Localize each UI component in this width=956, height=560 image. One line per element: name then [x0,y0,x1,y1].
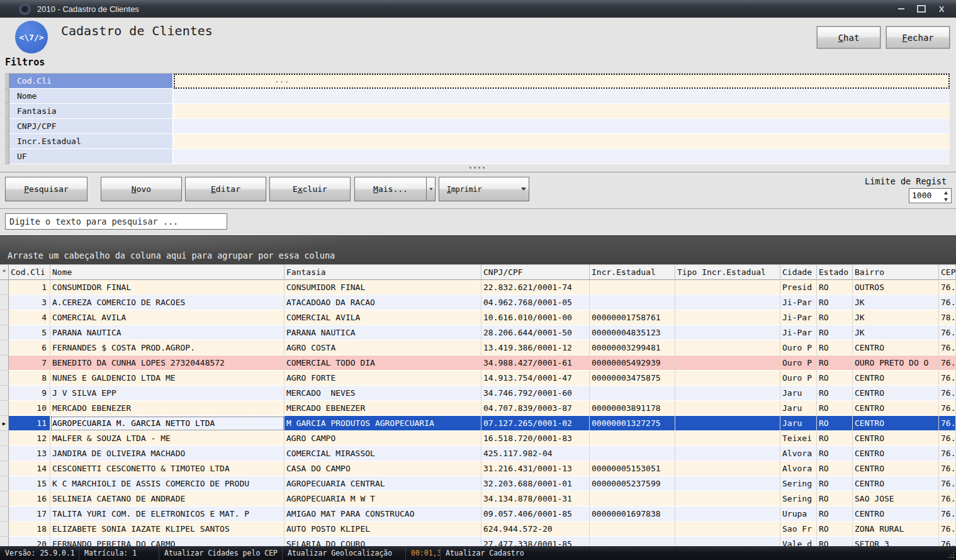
statusbar-item-5[interactable]: Atualizar Cadastro [441,546,956,560]
grid-cell-bairro[interactable]: ZONA RURAL [853,522,939,537]
grid-cell-tipo[interactable] [675,416,780,431]
grid-cell-estado[interactable]: RO [817,401,853,416]
grid-cell-cep[interactable]: 76. [939,461,956,476]
grid-cell-bairro[interactable]: JK [853,295,939,310]
grid-cell-cod[interactable]: 11 [9,416,50,431]
excluir-button[interactable]: Excluir [269,177,351,201]
spin-up-button[interactable] [942,191,950,195]
grid-cell-bairro[interactable]: CENTRO [853,431,939,446]
grid-cell-nome[interactable]: FERNANDO PEREIRA DO CARMO [50,537,284,546]
table-row[interactable]: ▶11AGROPECUARIA M. GARCIA NETTO LTDAM GA… [0,416,956,431]
table-row[interactable]: 3A.CEREZA COMERCIO DE RACOESATACADOAO DA… [0,295,956,310]
grid-cell-cep[interactable]: 76. [939,446,956,461]
filter-value-editor[interactable] [174,104,950,119]
grid-cell-fantasia[interactable]: COMERCIAL TODO DIA [284,356,481,371]
grid-cell-estado[interactable]: RO [817,295,853,310]
table-row[interactable]: 17TALITA YURI COM. DE ELETRONICOS E MAT.… [0,507,956,522]
grid-cell-cidade[interactable]: Ouro P [780,340,817,356]
grid-cell-cod[interactable]: 14 [9,461,50,476]
grid-cell-cod[interactable]: 20 [9,537,50,546]
grid-cell-bairro[interactable]: SAO JOSE [853,491,939,507]
grid-cell-bairro[interactable]: CENTRO [853,446,939,461]
grid-cell-estado[interactable]: RO [817,446,853,461]
column-header-incr-estadual[interactable]: Incr.Estadual [590,264,675,280]
grid-cell-cnpj[interactable]: 22.832.621/0001-74 [481,280,590,295]
grid-cell-cep[interactable]: 76. [939,431,956,446]
filter-value-editor[interactable]: ... [174,74,950,89]
grid-cell-cnpj[interactable]: 27.477.338/0001-85 [481,537,590,546]
grid-cell-cod[interactable]: 1 [9,280,50,295]
table-row[interactable]: 8NUNES E GALDENCIO LTDA MEAGRO FORTE14.9… [0,371,956,386]
table-row[interactable]: 7BENEDITO DA CUNHA LOPES 27320448572COME… [0,356,956,371]
grid-cell-cidade[interactable]: Alvora [780,461,817,476]
grid-cell-cnpj[interactable]: 16.518.720/0001-83 [481,431,590,446]
grid-cell-fantasia[interactable]: AUTO POSTO KLIPEL [284,522,481,537]
limit-input[interactable] [909,189,941,201]
grid-cell-cnpj[interactable]: 31.216.431/0001-13 [481,461,590,476]
grid-cell-tipo[interactable] [675,476,780,491]
grid-cell-cep[interactable]: 76. [939,476,956,491]
mais-button[interactable]: Mais... [354,177,427,201]
grid-cell-cod[interactable]: 9 [9,386,50,401]
grid-cell-incr[interactable] [590,537,675,546]
table-row[interactable]: 18ELIZABETE SONIA IAZATE KLIPEL SANTOSAU… [0,522,956,537]
grid-cell-tipo[interactable] [675,280,780,295]
grid-cell-tipo[interactable] [675,371,780,386]
grid-cell-incr[interactable]: 00000001697838 [590,507,675,522]
pesquisar-button[interactable]: Pesquisar [5,177,87,201]
grid-cell-nome[interactable]: CONSUMIDOR FINAL [50,280,284,295]
grid-cell-cep[interactable]: 76. [939,325,956,340]
grid-cell-nome[interactable]: K C MARCHIOLI DE ASSIS COMERCIO DE PRODU [50,476,284,491]
grid-cell-bairro[interactable]: CENTRO [853,461,939,476]
table-row[interactable]: 10MERCADO EBENEZERMERCADO EBENEZER04.707… [0,401,956,416]
grid-cell-nome[interactable]: BENEDITO DA CUNHA LOPES 27320448572 [50,356,284,371]
filter-label-nome[interactable]: Nome [9,89,174,104]
grid-cell-cep[interactable]: 76. [939,295,956,310]
grid-cell-incr[interactable]: 00000005492939 [590,356,675,371]
filter-value-editor[interactable] [174,149,950,164]
grid-cell-cnpj[interactable]: 04.707.839/0003-87 [481,401,590,416]
table-row[interactable]: 9J V SILVA EPPMERCADO NEVES34.746.792/00… [0,386,956,401]
grid-cell-incr[interactable]: 00000005153051 [590,461,675,476]
column-header-fantasia[interactable]: Fantasia [284,264,481,280]
grid-cell-nome[interactable]: ELIZABETE SONIA IAZATE KLIPEL SANTOS [50,522,284,537]
grid-cell-cnpj[interactable]: 32.203.688/0001-01 [481,476,590,491]
grid-cell-cnpj[interactable]: 14.913.754/0001-47 [481,371,590,386]
grid-cell-tipo[interactable] [675,310,780,325]
grid-cell-cep[interactable]: 76. [939,491,956,507]
editar-button[interactable]: Editar [185,177,266,201]
filter-label-cod-cli[interactable]: Cod.Cli [9,74,174,89]
grid-cell-estado[interactable]: RO [817,325,853,340]
filter-label-cnpj-cpf[interactable]: CNPJ/CPF [9,119,174,134]
grid-cell-nome[interactable]: JANDIRA DE OLIVEIRA MACHADO [50,446,284,461]
grid-cell-cep[interactable]: 76. [939,386,956,401]
grid-cell-estado[interactable]: RO [817,310,853,325]
grid-cell-estado[interactable]: RO [817,507,853,522]
grid-cell-fantasia[interactable]: COMERCIAL MIRASSOL [284,446,481,461]
grid-cell-fantasia[interactable]: AMIGAO MAT PARA CONSTRUCAO [284,507,481,522]
grid-cell-cidade[interactable]: Teixei [780,431,817,446]
column-header-cep[interactable]: CEP [939,264,956,280]
grid-cell-bairro[interactable]: SETOR 3 [853,537,939,546]
grid-cell-cep[interactable]: 76. [939,280,956,295]
grid-cell-cidade[interactable]: Ouro P [780,356,817,371]
grid-cell-nome[interactable]: MALFER & SOUZA LTDA - ME [50,431,284,446]
grid-cell-incr[interactable]: 00000003891178 [590,401,675,416]
grid-cell-cidade[interactable]: Urupa [780,507,817,522]
grid-cell-fantasia[interactable]: M GARCIA PRODUTOS AGROPECUARIA [284,416,481,431]
filter-row[interactable]: UF [5,149,950,164]
grid-cell-cidade[interactable]: Vale d [780,537,817,546]
grid-cell-bairro[interactable]: OUTROS [853,280,939,295]
grid-cell-nome[interactable]: CESCONETTI CESCONETTO & TIMOTEO LTDA [50,461,284,476]
statusbar-item-3[interactable]: Atualizar Geolocalização [283,546,406,560]
grid-cell-cep[interactable]: 76. [939,356,956,371]
grid-cell-cidade[interactable]: Jaru [780,401,817,416]
close-button[interactable]: X [935,3,948,14]
fechar-button[interactable]: Fechar [886,26,950,48]
grid-cell-cod[interactable]: 8 [9,371,50,386]
table-row[interactable]: 12MALFER & SOUZA LTDA - MEAGRO CAMPO16.5… [0,431,956,446]
grid-cell-tipo[interactable] [675,295,780,310]
grid-cell-cep[interactable]: 76. [939,507,956,522]
grid-cell-incr[interactable]: 00000003299481 [590,340,675,356]
grid-cell-cnpj[interactable]: 10.616.010/0001-00 [481,310,590,325]
